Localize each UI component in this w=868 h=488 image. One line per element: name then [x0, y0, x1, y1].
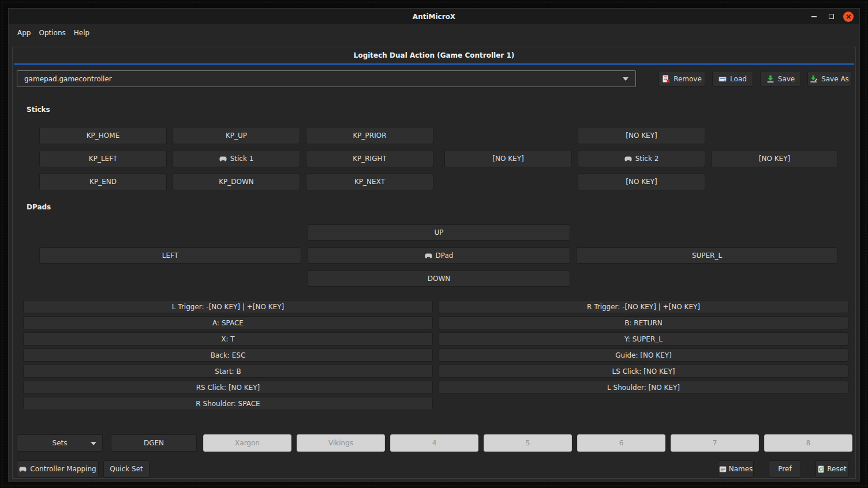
- load-button-label: Load: [730, 75, 747, 83]
- stick2-up-button[interactable]: [NO KEY]: [578, 127, 705, 144]
- stick1-up-button[interactable]: KP_UP: [173, 127, 300, 144]
- stick2-center-button[interactable]: Stick 2: [578, 150, 705, 167]
- dpad-left-button[interactable]: LEFT: [39, 247, 301, 264]
- menubar: App Options Help: [9, 24, 859, 42]
- remove-icon: [662, 75, 670, 83]
- button-y[interactable]: Y: SUPER_L: [439, 332, 848, 346]
- save-icon: [766, 75, 775, 83]
- set-tab-5[interactable]: 5: [484, 434, 572, 452]
- dpad-down-button[interactable]: DOWN: [308, 271, 570, 287]
- gamepad-icon: [219, 156, 227, 162]
- guide-button[interactable]: Guide: [NO KEY]: [439, 348, 848, 362]
- reset-button[interactable]: Reset: [815, 460, 848, 478]
- profile-combobox-value: gamepad.gamecontroller: [24, 75, 112, 83]
- dpads-heading: DPads: [27, 203, 51, 211]
- window-title: AntiMicroX: [413, 13, 455, 21]
- controller-tab[interactable]: Logitech Dual Action (Game Controller 1): [13, 47, 855, 63]
- sets-dropdown[interactable]: Sets: [17, 434, 103, 452]
- stick1-down-left-button[interactable]: KP_END: [39, 173, 167, 190]
- button-x[interactable]: X: T: [23, 332, 433, 346]
- remove-button[interactable]: Remove: [659, 71, 705, 87]
- save-as-icon: [810, 75, 818, 83]
- load-button[interactable]: Load: [712, 71, 753, 87]
- maximize-button[interactable]: [826, 12, 836, 22]
- gamepad-icon: [19, 467, 27, 472]
- window-controls: [809, 9, 854, 24]
- button-a[interactable]: A: SPACE: [23, 316, 433, 329]
- save-button-label: Save: [778, 75, 795, 83]
- chevron-down-icon: [91, 442, 96, 445]
- stick1-up-right-button[interactable]: KP_PRIOR: [306, 127, 433, 144]
- names-list-icon: [719, 466, 727, 473]
- reset-button-label: Reset: [827, 465, 847, 473]
- profile-combobox[interactable]: gamepad.gamecontroller: [17, 70, 636, 87]
- back-button[interactable]: Back: ESC: [23, 348, 433, 362]
- sticks-heading: Sticks: [27, 106, 50, 114]
- minimize-icon: [811, 16, 817, 17]
- menu-options[interactable]: Options: [35, 27, 69, 39]
- maximize-icon: [829, 14, 834, 19]
- stick1-down-right-button[interactable]: KP_NEXT: [306, 173, 433, 190]
- controller-tab-label: Logitech Dual Action (Game Controller 1): [354, 51, 514, 59]
- names-button[interactable]: Names: [718, 460, 754, 478]
- close-button[interactable]: [843, 12, 854, 22]
- stick2-right-button[interactable]: [NO KEY]: [711, 150, 838, 167]
- stick1-down-button[interactable]: KP_DOWN: [173, 173, 300, 190]
- antimicrox-window: AntiMicroX App Options Help Logitech Dua…: [8, 8, 860, 482]
- stick2-down-button[interactable]: [NO KEY]: [578, 173, 705, 190]
- stick2-left-button[interactable]: [NO KEY]: [444, 150, 572, 167]
- stick2-label: Stick 2: [635, 155, 659, 163]
- pref-button[interactable]: Pref: [769, 460, 801, 478]
- ls-click-button[interactable]: LS Click: [NO KEY]: [439, 365, 848, 378]
- save-as-button-label: Save As: [821, 75, 849, 83]
- stick1-label: Stick 1: [230, 155, 254, 163]
- save-as-button[interactable]: Save As: [807, 71, 851, 87]
- button-b[interactable]: B: RETURN: [439, 316, 848, 329]
- r-trigger-button[interactable]: R Trigger: -[NO KEY] | +[NO KEY]: [439, 300, 848, 313]
- load-icon: [719, 75, 727, 83]
- stick1-up-left-button[interactable]: KP_HOME: [39, 127, 167, 144]
- start-button[interactable]: Start: B: [23, 365, 433, 378]
- set-tab-dgen[interactable]: DGEN: [111, 434, 197, 452]
- stick1-center-button[interactable]: Stick 1: [173, 150, 300, 167]
- menu-app[interactable]: App: [13, 27, 35, 39]
- gamepad-icon: [624, 156, 632, 162]
- controller-pane: Logitech Dual Action (Game Controller 1)…: [12, 47, 856, 479]
- quick-set-button[interactable]: Quick Set: [103, 460, 149, 478]
- gamepad-icon: [425, 253, 432, 258]
- desktop: AntiMicroX App Options Help Logitech Dua…: [0, 0, 868, 488]
- set-tab-vikings[interactable]: Vikings: [297, 434, 385, 452]
- r-shoulder-button[interactable]: R Shoulder: SPACE: [23, 397, 433, 410]
- dpad-right-button[interactable]: SUPER_L: [576, 247, 838, 264]
- set-tab-6[interactable]: 6: [577, 434, 665, 452]
- remove-button-label: Remove: [674, 75, 702, 83]
- dpad-center-button[interactable]: DPad: [308, 247, 570, 264]
- chevron-down-icon: [623, 77, 628, 81]
- set-tab-xargon[interactable]: Xargon: [203, 434, 291, 452]
- dpad-label: DPad: [436, 251, 454, 260]
- stick1-left-button[interactable]: KP_LEFT: [39, 150, 167, 167]
- rs-click-button[interactable]: RS Click: [NO KEY]: [23, 381, 433, 394]
- tab-underline: [14, 63, 854, 65]
- set-tab-8[interactable]: 8: [764, 434, 852, 452]
- l-trigger-button[interactable]: L Trigger: -[NO KEY] | +[NO KEY]: [23, 300, 433, 313]
- menu-help[interactable]: Help: [70, 27, 93, 39]
- names-button-label: Names: [729, 465, 753, 473]
- titlebar: AntiMicroX: [9, 9, 859, 24]
- sets-dropdown-label: Sets: [53, 439, 68, 447]
- dpad-up-button[interactable]: UP: [308, 224, 570, 241]
- controller-mapping-label: Controller Mapping: [30, 465, 96, 473]
- set-tab-4[interactable]: 4: [390, 434, 478, 452]
- set-tab-7[interactable]: 7: [671, 434, 759, 452]
- l-shoulder-button[interactable]: L Shoulder: [NO KEY]: [439, 381, 848, 394]
- stick1-right-button[interactable]: KP_RIGHT: [306, 150, 433, 167]
- minimize-button[interactable]: [809, 12, 819, 22]
- controller-mapping-button[interactable]: Controller Mapping: [17, 460, 99, 478]
- save-button[interactable]: Save: [760, 71, 801, 87]
- reset-icon: [817, 466, 825, 473]
